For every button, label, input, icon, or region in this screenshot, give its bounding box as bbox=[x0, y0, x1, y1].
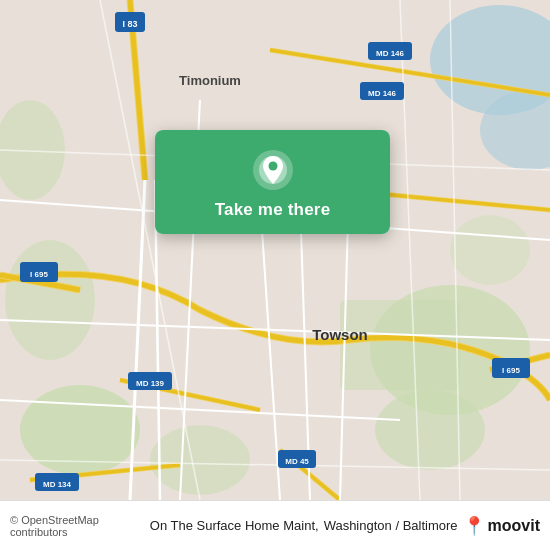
moovit-pin-icon: 📍 bbox=[463, 515, 485, 537]
region-text: Washington / Baltimore bbox=[324, 518, 458, 533]
map-container: I 83 I 695 I 695 MD 146 MD 146 146 MD 13… bbox=[0, 0, 550, 500]
take-me-there-button[interactable]: Take me there bbox=[215, 200, 331, 220]
svg-text:MD 134: MD 134 bbox=[43, 480, 72, 489]
map-svg: I 83 I 695 I 695 MD 146 MD 146 146 MD 13… bbox=[0, 0, 550, 500]
svg-text:Towson: Towson bbox=[312, 326, 368, 343]
svg-text:I 83: I 83 bbox=[122, 19, 137, 29]
svg-text:MD 45: MD 45 bbox=[285, 457, 309, 466]
copyright-text: © OpenStreetMap contributors bbox=[10, 514, 144, 538]
moovit-wordmark: moovit bbox=[488, 517, 540, 535]
svg-point-10 bbox=[450, 215, 530, 285]
bottom-bar: © OpenStreetMap contributors On The Surf… bbox=[0, 500, 550, 550]
svg-text:I 695: I 695 bbox=[30, 270, 48, 279]
svg-text:MD 139: MD 139 bbox=[136, 379, 165, 388]
svg-text:Timonium: Timonium bbox=[179, 73, 241, 88]
bottom-info: On The Surface Home Maint, Washington / … bbox=[150, 515, 540, 537]
svg-text:I 695: I 695 bbox=[502, 366, 520, 375]
moovit-logo: 📍 moovit bbox=[463, 515, 540, 537]
svg-point-63 bbox=[268, 162, 277, 171]
business-name: On The Surface Home Maint, bbox=[150, 518, 319, 533]
location-pin-icon bbox=[251, 148, 295, 192]
svg-point-5 bbox=[375, 390, 485, 470]
popup-green-area: Take me there bbox=[155, 130, 390, 234]
popup-card: Take me there bbox=[155, 130, 390, 234]
svg-point-7 bbox=[150, 425, 250, 495]
svg-point-8 bbox=[5, 240, 95, 360]
svg-text:MD 146: MD 146 bbox=[376, 49, 405, 58]
svg-text:MD 146: MD 146 bbox=[368, 89, 397, 98]
